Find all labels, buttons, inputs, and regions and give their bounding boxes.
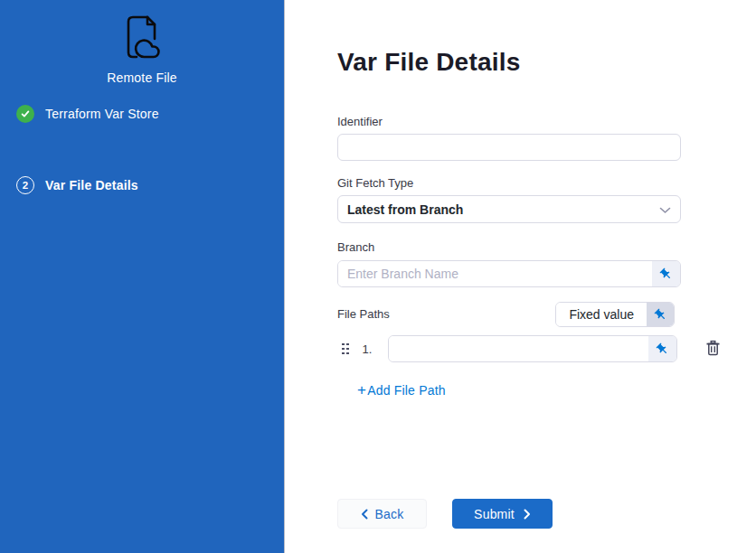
app-window: Remote File Terraform Var Store 2 Var Fi… xyxy=(0,0,756,553)
sidebar-step-terraform-var-store[interactable]: Terraform Var Store xyxy=(0,105,284,123)
file-paths-label: File Paths xyxy=(337,307,390,322)
branch-input[interactable] xyxy=(338,261,652,286)
sidebar-step-var-file-details[interactable]: 2 Var File Details xyxy=(0,176,284,194)
file-paths-type-selector[interactable]: Fixed value xyxy=(555,302,675,327)
branch-label: Branch xyxy=(337,240,756,255)
file-paths-type-value: Fixed value xyxy=(556,303,647,326)
git-fetch-type-field-group: Git Fetch Type Latest from Branch xyxy=(337,176,756,223)
identifier-label: Identifier xyxy=(337,115,756,129)
file-path-input-wrapper xyxy=(388,335,677,362)
step-complete-check-icon xyxy=(16,105,34,123)
chevron-left-icon xyxy=(361,509,368,520)
back-button[interactable]: Back xyxy=(337,499,427,529)
add-file-path-label: Add File Path xyxy=(367,383,446,398)
step-label: Var File Details xyxy=(45,178,138,192)
git-fetch-type-select[interactable]: Latest from Branch xyxy=(337,195,681,223)
branch-input-type-pin-button[interactable] xyxy=(652,261,680,286)
fixed-value-pin-button[interactable] xyxy=(647,303,674,326)
branch-field-group: Branch xyxy=(337,240,756,287)
store-type-label: Remote File xyxy=(107,70,177,85)
step-label: Terraform Var Store xyxy=(45,107,159,121)
identifier-input[interactable] xyxy=(337,134,681,161)
chevron-down-icon xyxy=(659,202,671,218)
drag-handle-icon[interactable] xyxy=(342,343,349,355)
delete-file-path-button[interactable] xyxy=(705,340,721,358)
identifier-field-group: Identifier xyxy=(337,115,756,161)
add-file-path-button[interactable]: + Add File Path xyxy=(357,383,446,398)
git-fetch-type-label: Git Fetch Type xyxy=(337,176,756,191)
file-path-input-type-pin-button[interactable] xyxy=(648,336,676,361)
footer-actions: Back Submit xyxy=(337,499,756,529)
chevron-right-icon xyxy=(524,509,531,520)
page-title: Var File Details xyxy=(337,47,756,78)
back-button-label: Back xyxy=(375,507,404,521)
file-paths-header: File Paths Fixed value xyxy=(337,302,681,327)
var-file-details-panel: Var File Details Identifier Git Fetch Ty… xyxy=(285,0,756,553)
file-path-row-index: 1. xyxy=(363,342,377,356)
git-fetch-type-value: Latest from Branch xyxy=(347,202,659,217)
submit-button[interactable]: Submit xyxy=(452,499,553,529)
file-path-input[interactable] xyxy=(389,336,648,361)
step-number-badge: 2 xyxy=(16,176,34,194)
branch-input-wrapper xyxy=(337,260,681,287)
wizard-sidebar: Remote File Terraform Var Store 2 Var Fi… xyxy=(0,0,285,553)
trash-icon xyxy=(705,340,721,359)
submit-button-label: Submit xyxy=(474,507,515,521)
plus-icon: + xyxy=(357,384,366,397)
file-path-row: 1. xyxy=(337,335,756,362)
store-type-block: Remote File xyxy=(0,14,284,85)
remote-file-icon xyxy=(120,14,164,65)
